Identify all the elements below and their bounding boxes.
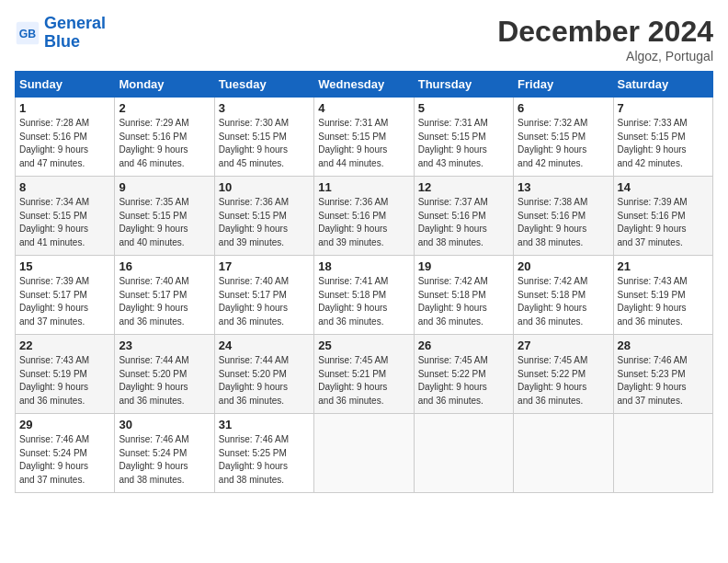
calendar-day-cell: 29Sunrise: 7:46 AM Sunset: 5:24 PM Dayli…: [16, 414, 115, 493]
calendar-day-cell: 3Sunrise: 7:30 AM Sunset: 5:15 PM Daylig…: [214, 98, 313, 177]
calendar-day-cell: 28Sunrise: 7:46 AM Sunset: 5:23 PM Dayli…: [613, 335, 712, 414]
day-number: 4: [318, 101, 409, 115]
calendar-day-cell: 13Sunrise: 7:38 AM Sunset: 5:16 PM Dayli…: [514, 177, 613, 256]
day-info: Sunrise: 7:35 AM Sunset: 5:15 PM Dayligh…: [119, 196, 210, 249]
calendar-day-cell: 20Sunrise: 7:42 AM Sunset: 5:18 PM Dayli…: [514, 256, 613, 335]
day-number: 9: [119, 180, 210, 194]
day-info: Sunrise: 7:37 AM Sunset: 5:16 PM Dayligh…: [418, 196, 509, 249]
calendar-day-cell: 2Sunrise: 7:29 AM Sunset: 5:16 PM Daylig…: [115, 98, 214, 177]
empty-cell: [514, 414, 613, 493]
day-info: Sunrise: 7:45 AM Sunset: 5:22 PM Dayligh…: [418, 354, 509, 408]
day-number: 29: [19, 418, 110, 431]
calendar-day-cell: 31Sunrise: 7:46 AM Sunset: 5:25 PM Dayli…: [214, 414, 313, 493]
calendar-day-cell: 9Sunrise: 7:35 AM Sunset: 5:15 PM Daylig…: [115, 177, 214, 256]
day-info: Sunrise: 7:45 AM Sunset: 5:21 PM Dayligh…: [318, 354, 409, 408]
day-number: 7: [618, 101, 709, 115]
calendar-day-cell: 10Sunrise: 7:36 AM Sunset: 5:15 PM Dayli…: [214, 177, 313, 256]
day-info: Sunrise: 7:43 AM Sunset: 5:19 PM Dayligh…: [19, 354, 110, 408]
calendar-day-cell: 4Sunrise: 7:31 AM Sunset: 5:15 PM Daylig…: [314, 98, 414, 177]
empty-cell: [414, 414, 513, 493]
weekday-header: Friday: [514, 72, 613, 98]
calendar-day-cell: 5Sunrise: 7:31 AM Sunset: 5:15 PM Daylig…: [414, 98, 513, 177]
day-number: 16: [119, 259, 210, 273]
calendar: SundayMondayTuesdayWednesdayThursdayFrid…: [15, 71, 713, 493]
page-header: GB General Blue December 2024 Algoz, Por…: [15, 15, 713, 63]
day-number: 15: [19, 259, 110, 273]
day-number: 24: [219, 339, 310, 352]
day-number: 5: [418, 101, 509, 115]
weekday-header: Wednesday: [314, 72, 414, 98]
day-number: 19: [418, 259, 509, 273]
day-info: Sunrise: 7:40 AM Sunset: 5:17 PM Dayligh…: [119, 275, 210, 328]
day-number: 22: [19, 339, 110, 352]
day-info: Sunrise: 7:44 AM Sunset: 5:20 PM Dayligh…: [219, 354, 310, 408]
day-info: Sunrise: 7:39 AM Sunset: 5:17 PM Dayligh…: [19, 275, 110, 328]
day-number: 2: [119, 101, 210, 115]
day-number: 20: [518, 259, 609, 273]
day-info: Sunrise: 7:46 AM Sunset: 5:23 PM Dayligh…: [618, 354, 709, 408]
logo: GB General Blue: [15, 15, 106, 52]
day-info: Sunrise: 7:42 AM Sunset: 5:18 PM Dayligh…: [518, 275, 609, 328]
calendar-day-cell: 17Sunrise: 7:40 AM Sunset: 5:17 PM Dayli…: [214, 256, 313, 335]
location: Algoz, Portugal: [497, 49, 713, 63]
weekday-header: Thursday: [414, 72, 513, 98]
logo-text: General Blue: [44, 15, 106, 52]
day-info: Sunrise: 7:32 AM Sunset: 5:15 PM Dayligh…: [518, 117, 609, 170]
day-number: 13: [518, 180, 609, 194]
logo-icon: GB: [15, 20, 40, 46]
svg-text:GB: GB: [19, 28, 37, 40]
day-info: Sunrise: 7:31 AM Sunset: 5:15 PM Dayligh…: [318, 117, 409, 170]
day-number: 1: [19, 101, 110, 115]
day-info: Sunrise: 7:42 AM Sunset: 5:18 PM Dayligh…: [418, 275, 509, 328]
day-info: Sunrise: 7:28 AM Sunset: 5:16 PM Dayligh…: [19, 117, 110, 170]
day-number: 18: [318, 259, 409, 273]
calendar-day-cell: 7Sunrise: 7:33 AM Sunset: 5:15 PM Daylig…: [613, 98, 712, 177]
weekday-header: Saturday: [613, 72, 712, 98]
day-info: Sunrise: 7:33 AM Sunset: 5:15 PM Dayligh…: [618, 117, 709, 170]
day-number: 23: [119, 339, 210, 352]
day-info: Sunrise: 7:46 AM Sunset: 5:24 PM Dayligh…: [119, 433, 210, 487]
day-info: Sunrise: 7:30 AM Sunset: 5:15 PM Dayligh…: [219, 117, 310, 170]
logo-line1: General: [44, 14, 106, 32]
day-number: 6: [518, 101, 609, 115]
calendar-day-cell: 22Sunrise: 7:43 AM Sunset: 5:19 PM Dayli…: [16, 335, 115, 414]
calendar-day-cell: 27Sunrise: 7:45 AM Sunset: 5:22 PM Dayli…: [514, 335, 613, 414]
day-info: Sunrise: 7:36 AM Sunset: 5:16 PM Dayligh…: [318, 196, 409, 249]
day-number: 12: [418, 180, 509, 194]
day-info: Sunrise: 7:46 AM Sunset: 5:24 PM Dayligh…: [19, 433, 110, 487]
calendar-day-cell: 11Sunrise: 7:36 AM Sunset: 5:16 PM Dayli…: [314, 177, 414, 256]
calendar-day-cell: 24Sunrise: 7:44 AM Sunset: 5:20 PM Dayli…: [214, 335, 313, 414]
day-info: Sunrise: 7:39 AM Sunset: 5:16 PM Dayligh…: [618, 196, 709, 249]
calendar-day-cell: 1Sunrise: 7:28 AM Sunset: 5:16 PM Daylig…: [16, 98, 115, 177]
day-number: 14: [618, 180, 709, 194]
day-number: 25: [318, 339, 409, 352]
day-number: 17: [219, 259, 310, 273]
day-info: Sunrise: 7:36 AM Sunset: 5:15 PM Dayligh…: [219, 196, 310, 249]
day-number: 26: [418, 339, 509, 352]
empty-cell: [314, 414, 414, 493]
day-number: 11: [318, 180, 409, 194]
day-info: Sunrise: 7:44 AM Sunset: 5:20 PM Dayligh…: [119, 354, 210, 408]
day-number: 31: [219, 418, 310, 431]
day-info: Sunrise: 7:45 AM Sunset: 5:22 PM Dayligh…: [518, 354, 609, 408]
empty-cell: [613, 414, 712, 493]
calendar-day-cell: 6Sunrise: 7:32 AM Sunset: 5:15 PM Daylig…: [514, 98, 613, 177]
day-number: 8: [19, 180, 110, 194]
calendar-day-cell: 30Sunrise: 7:46 AM Sunset: 5:24 PM Dayli…: [115, 414, 214, 493]
calendar-day-cell: 25Sunrise: 7:45 AM Sunset: 5:21 PM Dayli…: [314, 335, 414, 414]
day-info: Sunrise: 7:46 AM Sunset: 5:25 PM Dayligh…: [219, 433, 310, 487]
calendar-day-cell: 12Sunrise: 7:37 AM Sunset: 5:16 PM Dayli…: [414, 177, 513, 256]
day-info: Sunrise: 7:43 AM Sunset: 5:19 PM Dayligh…: [618, 275, 709, 328]
day-info: Sunrise: 7:29 AM Sunset: 5:16 PM Dayligh…: [119, 117, 210, 170]
calendar-day-cell: 15Sunrise: 7:39 AM Sunset: 5:17 PM Dayli…: [16, 256, 115, 335]
day-number: 21: [618, 259, 709, 273]
weekday-header: Monday: [115, 72, 214, 98]
logo-line2: Blue: [44, 32, 80, 51]
day-number: 27: [518, 339, 609, 352]
day-info: Sunrise: 7:41 AM Sunset: 5:18 PM Dayligh…: [318, 275, 409, 328]
day-info: Sunrise: 7:38 AM Sunset: 5:16 PM Dayligh…: [518, 196, 609, 249]
weekday-header: Tuesday: [214, 72, 313, 98]
month-title: December 2024: [497, 15, 713, 49]
calendar-day-cell: 23Sunrise: 7:44 AM Sunset: 5:20 PM Dayli…: [115, 335, 214, 414]
calendar-day-cell: 16Sunrise: 7:40 AM Sunset: 5:17 PM Dayli…: [115, 256, 214, 335]
